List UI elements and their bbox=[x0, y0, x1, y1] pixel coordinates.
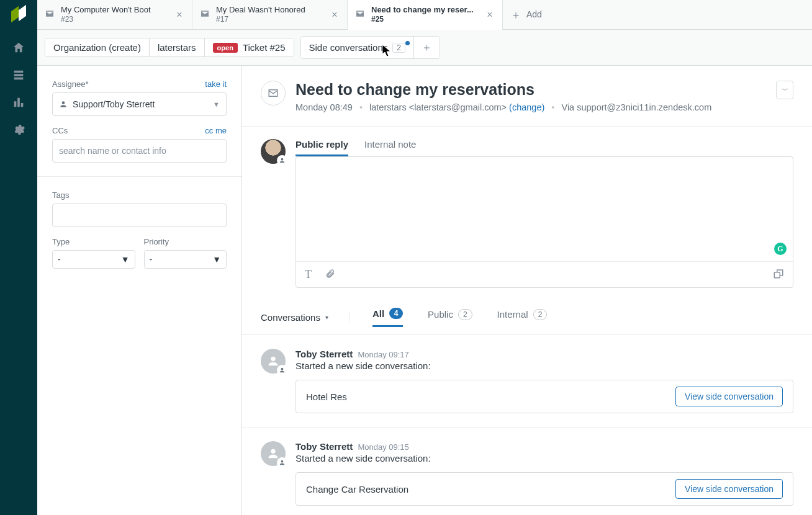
ticket-pill[interactable]: open Ticket #25 bbox=[205, 38, 294, 56]
mail-icon bbox=[355, 9, 365, 20]
side-conversations-count: 2 bbox=[392, 43, 405, 53]
ticket-sidebar: Assignee* take it Support/Toby Sterrett … bbox=[37, 66, 242, 515]
ccs-input[interactable] bbox=[52, 139, 227, 163]
plus-icon: ＋ bbox=[510, 7, 521, 22]
ticket-via: Via support@z3nici11in.zendesk.com bbox=[561, 102, 711, 112]
type-value: - bbox=[58, 254, 61, 264]
mail-icon bbox=[261, 81, 286, 105]
conv-tab-all[interactable]: All 4 bbox=[372, 308, 403, 327]
chevron-down-icon: ▼ bbox=[212, 254, 221, 264]
org-pill[interactable]: Organization (create) bbox=[45, 38, 150, 56]
reply-composer: Public reply Internal note T bbox=[242, 127, 812, 297]
tab-subtitle: #23 bbox=[61, 15, 174, 24]
svg-rect-0 bbox=[774, 272, 780, 278]
ticket-meta: Monday 08:49 • laterstars <laterstars@gm… bbox=[295, 102, 711, 112]
status-badge: open bbox=[213, 43, 238, 53]
chevron-down-icon: ▾ bbox=[325, 314, 328, 321]
home-icon[interactable] bbox=[11, 40, 27, 56]
ticket-options-button[interactable]: ﹀ bbox=[776, 81, 793, 99]
attachment-icon[interactable] bbox=[325, 269, 335, 280]
new-side-conversation-button[interactable]: ＋ bbox=[414, 37, 440, 58]
macro-apply-icon[interactable] bbox=[773, 268, 784, 281]
brand-logo[interactable] bbox=[10, 6, 27, 24]
mail-icon bbox=[200, 9, 210, 20]
close-icon[interactable]: × bbox=[485, 10, 495, 20]
reporting-icon[interactable] bbox=[11, 94, 27, 110]
workspace-tab[interactable]: My Deal Wasn't Honored #17 × bbox=[192, 0, 348, 29]
workspace-tab[interactable]: Need to change my reser... #25 × bbox=[348, 0, 503, 29]
conversations-menu[interactable]: Conversations ▾ bbox=[261, 312, 350, 323]
add-tab-button[interactable]: ＋ Add bbox=[503, 0, 549, 29]
side-conversations-pill[interactable]: Side conversations 2 bbox=[301, 37, 414, 58]
conv-tab-public[interactable]: Public 2 bbox=[428, 308, 472, 327]
ticket-time: Monday 08:49 bbox=[295, 102, 353, 112]
tags-input[interactable] bbox=[52, 204, 227, 227]
internal-count-badge: 2 bbox=[533, 309, 548, 320]
conversation-filter-bar: Conversations ▾ All 4 Public 2 Internal … bbox=[242, 297, 812, 335]
entry-event-text: Started a new side conversation: bbox=[295, 361, 793, 371]
tab-title: Need to change my reser... bbox=[371, 5, 485, 15]
entry-event-text: Started a new side conversation: bbox=[295, 453, 793, 464]
nav-rail bbox=[0, 0, 37, 515]
all-count-badge: 4 bbox=[389, 308, 403, 319]
chevron-down-icon: ﹀ bbox=[782, 86, 788, 95]
side-conversation-subject: Hotel Res bbox=[306, 392, 347, 402]
ccs-label: CCs bbox=[52, 126, 68, 135]
assignee-field[interactable]: Support/Toby Sterrett ▼ bbox=[52, 92, 227, 116]
side-conversation-subject: Change Car Reservation bbox=[306, 484, 408, 495]
entry-time: Monday 09:17 bbox=[358, 350, 408, 359]
ticket-content: Need to change my reservations Monday 08… bbox=[242, 66, 812, 515]
entry-author: Toby Sterrett bbox=[295, 441, 353, 452]
conversations-menu-label: Conversations bbox=[261, 312, 320, 323]
priority-label: Priority bbox=[144, 237, 227, 246]
public-reply-tab[interactable]: Public reply bbox=[295, 139, 348, 156]
change-requester-link[interactable]: (change) bbox=[509, 102, 544, 112]
chevron-down-icon: ▼ bbox=[213, 101, 220, 108]
requester-label: laterstars bbox=[158, 42, 196, 53]
agent-badge-icon bbox=[277, 457, 287, 468]
requester-pill[interactable]: laterstars bbox=[150, 38, 205, 56]
view-side-conversation-button[interactable]: View side conversation bbox=[675, 479, 783, 499]
side-conversation-card: Hotel Res View side conversation bbox=[295, 380, 793, 413]
grammarly-icon[interactable] bbox=[774, 243, 787, 255]
tab-title: My Deal Wasn't Honored bbox=[216, 5, 330, 15]
tab-subtitle: #17 bbox=[216, 15, 330, 24]
agent-badge-icon bbox=[277, 365, 287, 375]
context-row: Organization (create) laterstars open Ti… bbox=[37, 30, 812, 66]
views-icon[interactable] bbox=[11, 67, 27, 83]
workspace-tabstrip: My Computer Won't Boot #23 × My Deal Was… bbox=[37, 0, 812, 30]
chevron-down-icon: ▼ bbox=[121, 254, 130, 264]
ticket-title: Need to change my reservations bbox=[295, 81, 711, 99]
close-icon[interactable]: × bbox=[330, 10, 340, 20]
conv-tab-internal[interactable]: Internal 2 bbox=[497, 308, 548, 327]
public-count-badge: 2 bbox=[458, 309, 472, 320]
ticket-header: Need to change my reservations Monday 08… bbox=[242, 66, 812, 127]
person-icon bbox=[59, 100, 68, 109]
user-avatar bbox=[261, 349, 286, 374]
admin-icon[interactable] bbox=[11, 122, 27, 138]
tab-title: My Computer Won't Boot bbox=[61, 5, 174, 15]
reply-textarea[interactable] bbox=[296, 157, 793, 261]
side-conversations-label: Side conversations bbox=[309, 42, 388, 53]
mail-icon bbox=[45, 9, 55, 20]
type-field[interactable]: - ▼ bbox=[52, 250, 135, 269]
ticket-requester-email: laterstars <laterstars@gmail.com> bbox=[369, 102, 507, 112]
close-icon[interactable]: × bbox=[174, 10, 184, 20]
cc-me-link[interactable]: cc me bbox=[205, 126, 227, 135]
priority-value: - bbox=[150, 254, 153, 264]
agent-badge-icon bbox=[277, 155, 287, 166]
add-label: Add bbox=[526, 9, 542, 20]
format-text-icon[interactable]: T bbox=[305, 268, 312, 281]
entry-author: Toby Sterrett bbox=[295, 349, 353, 359]
entry-time: Monday 09:15 bbox=[358, 442, 408, 452]
org-label: Organization (create) bbox=[53, 42, 141, 53]
tab-subtitle: #25 bbox=[371, 15, 485, 24]
agent-avatar bbox=[261, 139, 286, 164]
notification-dot bbox=[405, 41, 410, 45]
take-it-link[interactable]: take it bbox=[205, 79, 227, 89]
view-side-conversation-button[interactable]: View side conversation bbox=[675, 387, 783, 406]
priority-field[interactable]: - ▼ bbox=[144, 250, 227, 269]
internal-note-tab[interactable]: Internal note bbox=[364, 139, 416, 156]
type-label: Type bbox=[52, 237, 135, 246]
workspace-tab[interactable]: My Computer Won't Boot #23 × bbox=[37, 0, 192, 29]
